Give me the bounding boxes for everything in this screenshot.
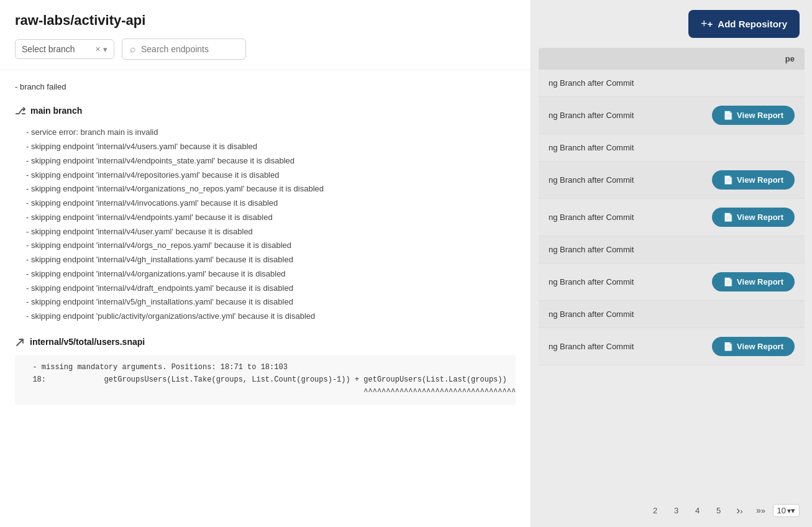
table-row: ng Branch after Commit 📄 View Report: [539, 162, 805, 199]
row-type: ng Branch after Commit: [549, 213, 712, 222]
table-row: ng Branch after Commit 📄 View Report: [539, 199, 805, 236]
log-line: - service error: branch main is invalid: [15, 126, 516, 140]
branch-failed-line: - branch failed: [15, 80, 516, 94]
log-line: - skipping endpoint 'public/activity/org…: [15, 309, 516, 324]
search-input[interactable]: [141, 44, 228, 54]
main-branch-header: main branch: [15, 103, 516, 119]
right-header: + Add Repository: [531, 0, 812, 48]
row-type: ng Branch after Commit: [549, 277, 712, 286]
log-line: - skipping endpoint 'internal/v4/reposit…: [15, 168, 516, 183]
pagination: 2 3 4 5 › » 10 ▾: [531, 493, 812, 527]
add-repository-button[interactable]: + Add Repository: [688, 10, 800, 38]
row-type: ng Branch after Commit: [549, 111, 712, 120]
row-type: ng Branch after Commit: [549, 78, 795, 88]
plus-icon: +: [701, 17, 713, 30]
doc-icon: 📄: [723, 175, 733, 185]
table-row: ng Branch after Commit: [539, 236, 805, 264]
view-report-label: View Report: [737, 342, 783, 351]
doc-icon: 📄: [723, 342, 733, 351]
page-4-button[interactable]: 4: [688, 501, 707, 520]
doc-icon: 📄: [723, 111, 733, 120]
log-line: - skipping endpoint 'internal/v4/endpoin…: [15, 211, 516, 225]
row-type: ng Branch after Commit: [549, 342, 712, 351]
search-box[interactable]: [122, 39, 246, 60]
per-page-value: 10: [777, 506, 786, 515]
view-report-label: View Report: [737, 175, 783, 185]
last-page-icon: »: [756, 505, 765, 515]
doc-icon: 📄: [723, 213, 733, 222]
toolbar: Select branch: [15, 39, 516, 60]
right-panel: + Add Repository pe ng Branch after Comm…: [531, 0, 812, 527]
endpoint-section: internal/v5/total/users.snapi - missing …: [15, 335, 516, 405]
view-report-button[interactable]: 📄 View Report: [712, 337, 795, 356]
log-line: - skipping endpoint 'internal/v4/user.ya…: [15, 225, 516, 239]
search-icon: [130, 44, 136, 55]
log-content: - branch failed main branch - service er…: [0, 70, 531, 527]
page-3-button[interactable]: 3: [667, 501, 686, 520]
row-type: ng Branch after Commit: [549, 245, 795, 254]
log-line: - skipping endpoint 'internal/v4/users.y…: [15, 140, 516, 154]
type-column-header: pe: [785, 54, 795, 63]
doc-icon: 📄: [723, 277, 733, 286]
repo-title: raw-labs/activity-api: [15, 12, 516, 29]
git-branch-icon: [15, 103, 25, 119]
view-report-button[interactable]: 📄 View Report: [712, 208, 795, 227]
row-type: ng Branch after Commit: [549, 175, 712, 185]
row-type: ng Branch after Commit: [549, 309, 795, 319]
table-row: ng Branch after Commit 📄 View Report: [539, 328, 805, 365]
table-row: ng Branch after Commit: [539, 134, 805, 162]
branch-selector[interactable]: Select branch: [15, 39, 114, 59]
log-line: - skipping endpoint 'internal/v4/orgs_no…: [15, 239, 516, 253]
view-report-button[interactable]: 📄 View Report: [712, 106, 795, 125]
view-report-label: View Report: [737, 213, 783, 222]
last-page-button[interactable]: »: [752, 501, 770, 520]
branch-selector-icons: [95, 45, 107, 54]
table-container: pe ng Branch after Commit ng Branch afte…: [531, 48, 812, 493]
log-line: - skipping endpoint 'internal/v4/invocat…: [15, 196, 516, 211]
log-line: - skipping endpoint 'internal/v4/organiz…: [15, 267, 516, 282]
endpoint-header: internal/v5/total/users.snapi: [15, 335, 516, 350]
per-page-select[interactable]: 10 ▾: [773, 504, 800, 517]
log-line: - skipping endpoint 'internal/v4/draft_e…: [15, 282, 516, 296]
branch-selector-text: Select branch: [22, 44, 91, 54]
page-5-button[interactable]: 5: [709, 501, 728, 520]
view-report-label: View Report: [737, 111, 783, 120]
table-row: ng Branch after Commit: [539, 70, 805, 97]
view-report-button[interactable]: 📄 View Report: [712, 272, 795, 291]
log-line: - skipping endpoint 'internal/v5/gh_inst…: [15, 295, 516, 309]
expand-branch-icon[interactable]: [103, 45, 107, 54]
per-page-dropdown-icon: ▾: [787, 506, 795, 515]
table-row: ng Branch after Commit 📄 View Report: [539, 97, 805, 134]
left-panel: raw-labs/activity-api Select branch - br…: [0, 0, 531, 527]
endpoint-icon: [15, 337, 25, 347]
log-line: - skipping endpoint 'internal/v4/gh_inst…: [15, 253, 516, 267]
next-chevron-icon: ›: [736, 504, 742, 517]
error-code-block: - missing mandatory arguments. Positions…: [15, 355, 516, 405]
log-line: - skipping endpoint 'internal/v4/endpoin…: [15, 154, 516, 168]
view-report-label: View Report: [737, 277, 783, 286]
endpoint-name: internal/v5/total/users.snapi: [30, 335, 145, 350]
left-header: raw-labs/activity-api Select branch: [0, 0, 531, 70]
view-report-button[interactable]: 📄 View Report: [712, 170, 795, 190]
page-2-button[interactable]: 2: [646, 501, 665, 520]
next-page-button[interactable]: ›: [731, 501, 749, 520]
table-row: ng Branch after Commit: [539, 301, 805, 328]
log-line: - skipping endpoint 'internal/v4/organiz…: [15, 182, 516, 196]
table-row: ng Branch after Commit 📄 View Report: [539, 264, 805, 301]
main-branch-label: main branch: [30, 104, 82, 119]
clear-branch-icon[interactable]: [95, 45, 101, 53]
row-type: ng Branch after Commit: [549, 143, 795, 152]
add-repository-label: Add Repository: [718, 19, 787, 29]
table-header: pe: [539, 48, 805, 70]
